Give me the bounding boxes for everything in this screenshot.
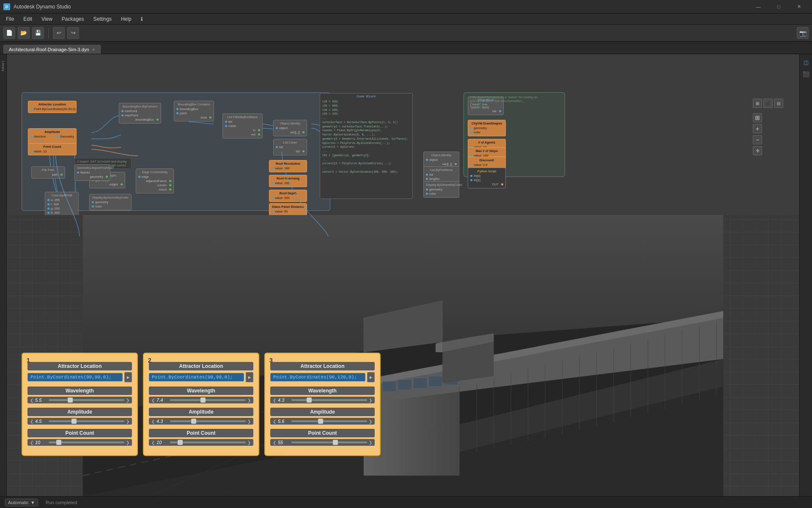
pointcount-slider-1[interactable]: ❮ 10 ❯ <box>27 439 132 446</box>
minimize-button[interactable]: — <box>749 0 768 14</box>
node-python-script[interactable]: Python Script IN[0] IN[1] OUT <box>468 168 506 188</box>
amplitude-chevron-3[interactable]: ❮ <box>273 419 276 424</box>
node-boundingbox-contains[interactable]: BoundingBox.Contains boundingBox point b… <box>174 101 214 121</box>
wavelength-track-3[interactable] <box>291 399 367 401</box>
amplitude-chevron-1[interactable]: ❮ <box>30 419 33 424</box>
view-2d-button[interactable]: ⊞ <box>753 99 762 108</box>
node-roof-depth[interactable]: Roof Depth value: 300 <box>269 190 307 202</box>
view-3d-button[interactable]: ⬛ <box>763 99 773 108</box>
wavelength-thumb-3[interactable] <box>307 398 312 403</box>
menu-file[interactable]: File <box>2 15 18 23</box>
wavelength-arrow-right-3[interactable]: ❯ <box>369 398 372 403</box>
node-boundingbox-bycorners[interactable]: BoundingBox.ByCorners minPoint maxPoint … <box>119 103 161 124</box>
undo-button[interactable]: ↩ <box>53 27 65 39</box>
node-list-filter[interactable]: List.FilterByBoolMask list mask in out <box>222 113 263 138</box>
node-code-block-main[interactable]: Code Block t10 = 530; t20 = 600; t40 = 5… <box>320 93 413 199</box>
wavelength-track-1[interactable] <box>49 399 124 401</box>
run-dropdown[interactable]: Automatic ▼ <box>5 499 38 506</box>
amplitude-slider-1[interactable]: ❮ 4.5 ❯ <box>27 418 132 425</box>
wavelength-slider-3[interactable]: ❮ 4.3 ❯ <box>270 397 375 403</box>
menu-settings[interactable]: Settings <box>89 15 116 23</box>
right-panel-3d-btn[interactable]: ⬛ <box>801 69 811 79</box>
pointcount-slider-2[interactable]: ❮ 10 ❯ <box>149 439 253 446</box>
pointcount-track-1[interactable] <box>49 442 124 443</box>
node-display-geometry-2[interactable]: Display.ByGeometryColor geometry color <box>423 181 459 198</box>
menu-packages[interactable]: Packages <box>58 15 88 23</box>
zoom-fit-button[interactable]: ⊞ <box>753 113 762 122</box>
node-roof-overhang[interactable]: Roof Overhang value: 200 <box>269 175 307 187</box>
zoom-reset-button[interactable]: ✛ <box>753 146 762 155</box>
save-button[interactable]: 💾 <box>32 27 44 39</box>
zoom-out-button[interactable]: − <box>753 135 762 144</box>
amplitude-thumb-3[interactable] <box>318 419 323 424</box>
tab-main[interactable]: Architectural-Roof-Drainage-Sim-3.dyn ✕ <box>3 45 101 54</box>
menu-view[interactable]: View <box>37 15 57 23</box>
close-button[interactable]: ✕ <box>789 0 809 14</box>
pointcount-track-2[interactable] <box>170 442 246 443</box>
node-file-import[interactable]: Geometry.ImportFromSAT fileInfo geometry <box>74 164 110 181</box>
pointcount-thumb-2[interactable] <box>178 440 183 445</box>
amplitude-track-3[interactable] <box>291 420 367 422</box>
wavelength-chevron-1[interactable]: ❮ <box>30 398 33 403</box>
right-panel-graph-btn[interactable]: ◫ <box>801 58 811 67</box>
node-display-geometry[interactable]: Display.ByGeometryColor geometry color <box>89 194 132 210</box>
wavelength-chevron-2[interactable]: ❮ <box>151 398 155 403</box>
wavelength-chevron-3[interactable]: ❮ <box>273 398 276 403</box>
node-discount[interactable]: Discount! value: 0.9 <box>468 157 506 169</box>
node-color-byargb[interactable]: Color.ByARGB a: 255 r: 200 g: 200 b: 200… <box>45 192 79 215</box>
view-split-button[interactable]: ⊟ <box>774 99 783 108</box>
amplitude-slider-2[interactable]: ❮ 4.3 ❯ <box>149 418 253 425</box>
attractor-arrow-1[interactable]: ▶ <box>124 372 132 382</box>
graph-viewport[interactable]: Attractor Location Point.ByCoordinates(9… <box>7 54 799 215</box>
node-list-clean[interactable]: List.Clean list list <box>273 139 307 155</box>
pointcount-thumb-3[interactable] <box>333 440 338 445</box>
node-roof-revolution[interactable]: Roof Revolution value: 180 <box>269 160 307 172</box>
maximize-button[interactable]: □ <box>769 0 788 14</box>
amplitude-chevron-2[interactable]: ❮ <box>151 419 155 424</box>
pointcount-chevron-1[interactable]: ❮ <box>30 440 33 445</box>
attractor-value-2[interactable]: Point.ByCoordinates(90,90,0); <box>149 373 244 381</box>
menu-help[interactable]: Help <box>117 15 136 23</box>
pointcount-track-3[interactable] <box>291 442 367 443</box>
node-object-identity[interactable]: Object.Identity object var[]..[] <box>273 120 307 136</box>
node-edge-connectivity[interactable]: Edge Connectivity edge adjacentFaces cur… <box>136 168 174 193</box>
attractor-arrow-2[interactable]: ▶ <box>246 372 253 382</box>
wavelength-thumb-1[interactable] <box>68 398 73 403</box>
amplitude-thumb-2[interactable] <box>191 419 196 424</box>
open-button[interactable]: 📂 <box>18 27 30 39</box>
canvas-area[interactable]: Attractor Location Point.ByCoordinates(9… <box>7 54 799 496</box>
amplitude-track-2[interactable] <box>170 420 246 422</box>
pointcount-arrow-right-1[interactable]: ❯ <box>126 440 129 445</box>
node-cityvm-drawshapes[interactable]: CityVM.DrawShapes geometry color <box>468 120 506 136</box>
attractor-value-1[interactable]: Point.ByCoordinates(90,90,0); <box>27 373 123 381</box>
amplitude-arrow-right-3[interactable]: ❯ <box>369 419 372 424</box>
wavelength-slider-1[interactable]: ❮ 5.5 ❯ <box>27 397 132 403</box>
node-glass-panel[interactable]: Glass Panel Distance value: 50 <box>269 203 307 215</box>
redo-button[interactable]: ↪ <box>67 27 79 39</box>
amplitude-thumb-1[interactable] <box>71 419 77 424</box>
camera-button[interactable]: 📷 <box>797 27 809 39</box>
tab-close-button[interactable]: ✕ <box>92 47 95 52</box>
amplitude-arrow-right-1[interactable]: ❯ <box>126 419 129 424</box>
node-object-identity-2[interactable]: Object.Identity object var[]..[] <box>423 152 459 168</box>
amplitude-track-1[interactable] <box>49 420 124 422</box>
node-point-count[interactable]: Point Count value: 10 <box>28 143 77 155</box>
pointcount-chevron-2[interactable]: ❮ <box>151 440 155 445</box>
menu-edit[interactable]: Edit <box>19 15 36 23</box>
pointcount-chevron-3[interactable]: ❮ <box>273 440 276 445</box>
pointcount-arrow-right-2[interactable]: ❯ <box>247 440 251 445</box>
pointcount-slider-3[interactable]: ❮ 55 ❯ <box>270 439 375 446</box>
wavelength-slider-2[interactable]: ❮ 7.4 ❯ <box>149 397 253 403</box>
amplitude-slider-3[interactable]: ❮ 5.6 ❯ <box>270 418 375 425</box>
amplitude-arrow-right-2[interactable]: ❯ <box>247 419 251 424</box>
wavelength-arrow-right-2[interactable]: ❯ <box>247 398 251 403</box>
new-button[interactable]: 📄 <box>3 27 15 39</box>
menu-info[interactable]: ℹ <box>137 15 147 23</box>
node-attractor-location[interactable]: Attractor Location Point.ByCoordinates(9… <box>28 101 77 113</box>
pointcount-arrow-right-3[interactable]: ❯ <box>369 440 372 445</box>
wavelength-track-2[interactable] <box>170 399 246 401</box>
pointcount-thumb-1[interactable] <box>56 440 61 445</box>
wavelength-thumb-2[interactable] <box>200 398 206 403</box>
sidebar-library-icon[interactable]: Library <box>0 58 6 75</box>
attractor-value-3[interactable]: Point.ByCoordinates(90,120,0); <box>270 373 365 381</box>
